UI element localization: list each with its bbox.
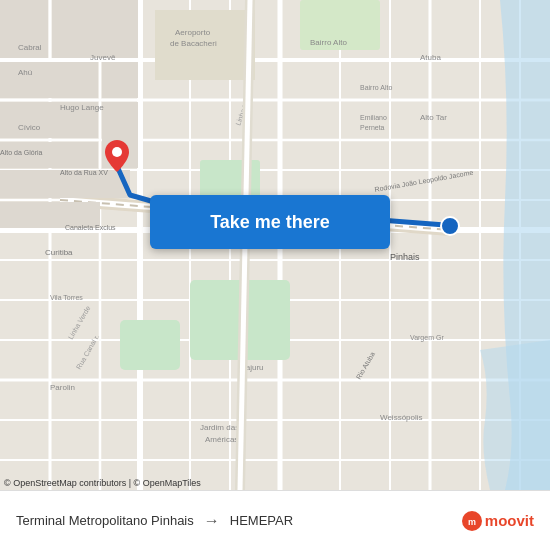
map-attribution: © OpenStreetMap contributors | © OpenMap… xyxy=(4,478,201,488)
destination-marker xyxy=(440,216,460,240)
svg-text:Vila Torres: Vila Torres xyxy=(50,294,83,301)
svg-text:Alto Tar: Alto Tar xyxy=(420,113,447,122)
svg-text:Parolin: Parolin xyxy=(50,383,75,392)
svg-text:Aeroporto: Aeroporto xyxy=(175,28,211,37)
route-from-label: Terminal Metropolitano Pinhais xyxy=(16,513,194,528)
moovit-logo: m moovit xyxy=(461,510,534,532)
route-arrow-icon: → xyxy=(204,512,220,530)
svg-text:Jardim das: Jardim das xyxy=(200,423,239,432)
svg-text:Bairro Alto: Bairro Alto xyxy=(360,84,392,91)
svg-text:m: m xyxy=(468,517,476,527)
svg-text:Perneta: Perneta xyxy=(360,124,385,131)
svg-text:de Bacacheri: de Bacacheri xyxy=(170,39,217,48)
map-container: Aeroporto de Bacacheri Ahú Cabral Juvevê… xyxy=(0,0,550,490)
svg-rect-28 xyxy=(120,320,180,370)
moovit-logo-icon: m xyxy=(461,510,483,532)
svg-text:Alto da Glória: Alto da Glória xyxy=(0,149,43,156)
svg-text:Canaleta Exclus: Canaleta Exclus xyxy=(65,224,116,231)
route-to-label: HEMEPAR xyxy=(230,513,293,528)
svg-text:Juvevê: Juvevê xyxy=(90,53,116,62)
svg-text:Américas: Américas xyxy=(205,435,238,444)
svg-text:Curitiba: Curitiba xyxy=(45,248,73,257)
origin-marker xyxy=(105,140,129,176)
svg-text:Bairro Alto: Bairro Alto xyxy=(310,38,347,47)
svg-text:Atuba: Atuba xyxy=(420,53,441,62)
svg-text:Weissópolis: Weissópolis xyxy=(380,413,423,422)
moovit-text-label: moovit xyxy=(485,512,534,529)
svg-text:Emiliano: Emiliano xyxy=(360,114,387,121)
svg-rect-35 xyxy=(102,62,138,98)
svg-rect-34 xyxy=(0,62,98,98)
svg-text:Ahú: Ahú xyxy=(18,68,32,77)
svg-text:Cabral: Cabral xyxy=(18,43,42,52)
svg-point-76 xyxy=(112,147,122,157)
svg-point-77 xyxy=(441,217,459,235)
bottom-bar: Terminal Metropolitano Pinhais → HEMEPAR… xyxy=(0,490,550,550)
take-me-there-button[interactable]: Take me there xyxy=(150,195,390,249)
svg-rect-33 xyxy=(52,0,138,58)
svg-text:Alto da Rua XV: Alto da Rua XV xyxy=(60,169,108,176)
svg-text:Hugo Lange: Hugo Lange xyxy=(60,103,104,112)
svg-text:Pinhais: Pinhais xyxy=(390,252,420,262)
svg-text:Cívico: Cívico xyxy=(18,123,41,132)
svg-text:Vargem Gr: Vargem Gr xyxy=(410,334,444,342)
